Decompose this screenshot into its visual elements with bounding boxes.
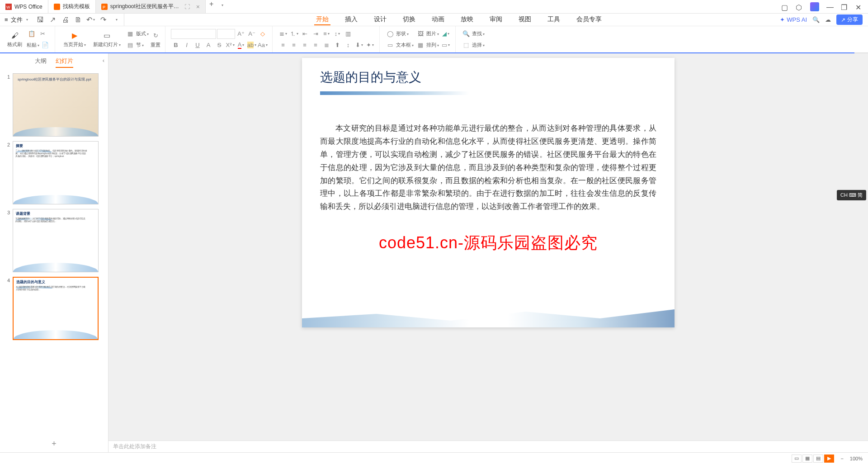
zoom-level[interactable]: 100% xyxy=(850,456,863,461)
avatar[interactable] xyxy=(810,2,819,11)
font-size-select[interactable] xyxy=(217,29,235,39)
indent-dec-icon[interactable]: ⇤ xyxy=(300,29,310,39)
search-icon[interactable]: 🔍 xyxy=(812,16,820,23)
cut-icon[interactable]: ✂ xyxy=(38,29,47,39)
start-from-current-button[interactable]: ▶当页开始▾ xyxy=(61,31,89,48)
convert-icon[interactable]: ✦▾ xyxy=(365,40,375,50)
view-normal-icon[interactable]: ▭ xyxy=(792,455,802,463)
slide-body[interactable]: 本文研究的目标是通过对各种功能单元进行最优的整合，从而达到对各种管理的具体要求，… xyxy=(320,122,656,213)
tab-menu-button[interactable]: ▾ xyxy=(217,0,227,13)
menu-start[interactable]: 开始 xyxy=(314,14,330,25)
reset-icon[interactable]: ↻ xyxy=(151,30,160,40)
menu-design[interactable]: 设计 xyxy=(372,14,388,25)
layout-icon[interactable]: ▦ xyxy=(125,29,135,39)
menu-slideshow[interactable]: 放映 xyxy=(459,14,475,25)
line-spacing-icon[interactable]: ≡▾ xyxy=(321,29,331,39)
collapse-sidebar-icon[interactable]: ‹ xyxy=(103,57,104,64)
align-justify-icon[interactable]: ≡ xyxy=(311,40,321,50)
picture-button[interactable]: 图片▾ xyxy=(426,30,439,37)
ime-badge[interactable]: CH ⌨ 简 xyxy=(837,190,866,200)
add-tab-button[interactable]: + xyxy=(206,0,217,13)
undo-icon[interactable]: ↶▾ xyxy=(87,16,95,24)
export-icon[interactable]: ↗ xyxy=(49,16,57,24)
window-detach-icon[interactable]: ▢ xyxy=(781,3,788,10)
tab-wps-office[interactable]: W WPS Office xyxy=(0,0,48,13)
shadow-icon[interactable]: A xyxy=(203,40,213,50)
italic-icon[interactable]: I xyxy=(182,40,192,50)
clipboard-icon[interactable]: 📄 xyxy=(40,40,50,50)
tab-expand-icon[interactable]: ⛶ xyxy=(184,4,190,10)
decrease-font-icon[interactable]: A⁻ xyxy=(247,29,257,39)
thumbnail-4[interactable]: 选题的目的与意义 本文研究的目标是通过对各种功能单元进行最优的整合... 社区便… xyxy=(13,277,99,340)
menu-tools[interactable]: 工具 xyxy=(546,14,562,25)
tab-slides[interactable]: 幻灯片 xyxy=(56,57,73,68)
copy-icon[interactable]: 📋 xyxy=(27,29,37,39)
redo-icon[interactable]: ↷ xyxy=(99,16,108,24)
thumbnail-2[interactable]: 摘要 二十一世纪初科技社会进入了信息时代... 信息管理系统独占鳌头。随着经济的… xyxy=(13,141,99,204)
valign-bot-icon[interactable]: ⬇▾ xyxy=(354,40,364,50)
tab-document[interactable]: P springboot社区便民服务平… ⛶ × xyxy=(96,0,206,13)
add-slide-button[interactable]: + xyxy=(0,436,108,452)
zoom-out-icon[interactable]: − xyxy=(840,456,843,461)
view-reading-icon[interactable]: ▤ xyxy=(813,455,823,463)
format-brush-button[interactable]: 🖌格式刷 xyxy=(5,31,25,48)
strike-icon[interactable]: S xyxy=(214,40,224,50)
notes-placeholder[interactable]: 单击此处添加备注 xyxy=(108,440,868,452)
tab-outline[interactable]: 大纲 xyxy=(35,57,47,68)
thumbnail-3[interactable]: 课题背景 互联网发展至今... 人们对于信息资源需求急剧增加... 通过网络的形… xyxy=(13,209,99,272)
save-icon[interactable]: 🖫 xyxy=(36,16,44,24)
menu-insert[interactable]: 插入 xyxy=(343,14,359,25)
clear-format-icon[interactable]: ◇ xyxy=(258,29,268,39)
align-right-icon[interactable]: ≡ xyxy=(300,40,310,50)
thumbnail-1[interactable]: springboot社区便民服务平台的设计与实现.ppt xyxy=(13,73,99,137)
increase-font-icon[interactable]: A⁺ xyxy=(236,29,246,39)
section-button[interactable]: 节▾ xyxy=(136,42,144,48)
slide[interactable]: 选题的目的与意义 本文研究的目标是通过对各种功能单元进行最优的整合，从而达到对各… xyxy=(302,58,675,327)
font-family-select[interactable] xyxy=(171,29,216,39)
bullets-icon[interactable]: ≣▾ xyxy=(278,29,288,39)
select-button[interactable]: 选择▾ xyxy=(472,42,485,48)
layout-button[interactable]: 版式▾ xyxy=(136,30,149,37)
menu-transition[interactable]: 切换 xyxy=(401,14,417,25)
fill-icon[interactable]: ◢▾ xyxy=(441,29,451,39)
section-icon[interactable]: ▤ xyxy=(125,40,135,50)
font-color-icon[interactable]: A▾ xyxy=(236,40,246,50)
text-direction-icon[interactable]: ↕▾ xyxy=(332,29,342,39)
paste-button[interactable]: 粘贴▾ xyxy=(27,42,39,48)
menu-view[interactable]: 视图 xyxy=(517,14,533,25)
valign-mid-icon[interactable]: ↕ xyxy=(343,40,353,50)
maximize-icon[interactable]: ❐ xyxy=(841,3,848,10)
superscript-icon[interactable]: X²▾ xyxy=(225,40,235,50)
columns-icon[interactable]: ▥ xyxy=(343,29,353,39)
menu-review[interactable]: 审阅 xyxy=(488,14,504,25)
align-left-icon[interactable]: ≡ xyxy=(278,40,288,50)
arrange-button[interactable]: 排列▾ xyxy=(426,42,439,48)
view-sorter-icon[interactable]: ▦ xyxy=(802,455,812,463)
distribute-icon[interactable]: ≣ xyxy=(321,40,331,50)
customize-qat-icon[interactable]: ▾ xyxy=(112,16,120,24)
underline-icon[interactable]: U xyxy=(193,40,203,50)
canvas-area[interactable]: 选题的目的与意义 本文研究的目标是通过对各种功能单元进行最优的整合，从而达到对各… xyxy=(108,53,868,452)
view-slideshow-icon[interactable]: ▶ xyxy=(824,455,834,463)
close-window-icon[interactable]: ✕ xyxy=(855,3,863,10)
outline-icon[interactable]: ▭▾ xyxy=(441,40,451,50)
print-preview-icon[interactable]: 🗎 xyxy=(74,16,82,24)
bold-icon[interactable]: B xyxy=(171,40,181,50)
menu-animation[interactable]: 动画 xyxy=(430,14,446,25)
wps-ai-button[interactable]: ✦ WPS AI xyxy=(780,16,807,23)
valign-top-icon[interactable]: ⬆ xyxy=(332,40,342,50)
textbox-button[interactable]: 文本框▾ xyxy=(396,42,414,48)
align-center-icon[interactable]: ≡ xyxy=(289,40,299,50)
cloud-icon[interactable]: ☁ xyxy=(825,16,831,23)
slide-title[interactable]: 选题的目的与意义 xyxy=(320,69,656,86)
shape-button[interactable]: 形状▾ xyxy=(396,30,409,37)
print-icon[interactable]: 🖨 xyxy=(61,16,70,24)
highlight-icon[interactable]: ab▾ xyxy=(247,40,257,50)
tab-template[interactable]: 找稿壳模板 xyxy=(48,0,96,13)
minimize-icon[interactable]: — xyxy=(826,3,834,10)
numbering-icon[interactable]: ⒈▾ xyxy=(289,29,299,39)
share-button[interactable]: ↗ 分享 xyxy=(836,14,863,25)
cube-icon[interactable]: ⬡ xyxy=(796,3,803,10)
indent-inc-icon[interactable]: ⇥ xyxy=(311,29,321,39)
find-button[interactable]: 查找▾ xyxy=(472,30,485,37)
